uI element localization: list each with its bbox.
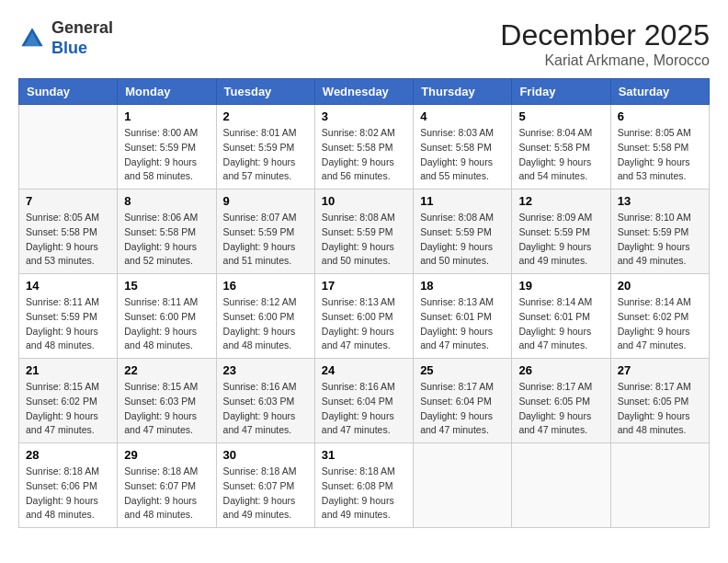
day-info: Sunrise: 8:00 AMSunset: 5:59 PMDaylight:… bbox=[124, 126, 209, 184]
day-cell: 24Sunrise: 8:16 AMSunset: 6:04 PMDayligh… bbox=[314, 359, 413, 443]
day-cell bbox=[610, 443, 709, 528]
day-number: 2 bbox=[223, 109, 308, 123]
col-header-tuesday: Tuesday bbox=[216, 79, 314, 105]
day-number: 23 bbox=[223, 363, 308, 377]
page-header: General Blue December 2025 Kariat Arkman… bbox=[18, 18, 710, 69]
calendar-table: SundayMondayTuesdayWednesdayThursdayFrid… bbox=[18, 78, 710, 528]
logo-text: General Blue bbox=[51, 18, 113, 58]
day-number: 12 bbox=[518, 194, 603, 208]
day-cell: 29Sunrise: 8:18 AMSunset: 6:07 PMDayligh… bbox=[118, 443, 216, 528]
day-info: Sunrise: 8:16 AMSunset: 6:03 PMDaylight:… bbox=[223, 380, 308, 438]
day-info: Sunrise: 8:15 AMSunset: 6:03 PMDaylight:… bbox=[124, 380, 209, 438]
day-cell: 3Sunrise: 8:02 AMSunset: 5:58 PMDaylight… bbox=[314, 105, 413, 190]
day-cell: 4Sunrise: 8:03 AMSunset: 5:58 PMDaylight… bbox=[414, 105, 512, 190]
day-info: Sunrise: 8:17 AMSunset: 6:05 PMDaylight:… bbox=[518, 380, 603, 438]
day-info: Sunrise: 8:14 AMSunset: 6:01 PMDaylight:… bbox=[518, 295, 603, 353]
day-number: 10 bbox=[322, 194, 406, 208]
logo-blue: Blue bbox=[51, 39, 87, 57]
day-cell: 5Sunrise: 8:04 AMSunset: 5:58 PMDaylight… bbox=[512, 105, 610, 190]
day-cell: 15Sunrise: 8:11 AMSunset: 6:00 PMDayligh… bbox=[118, 274, 216, 359]
day-number: 7 bbox=[26, 194, 110, 208]
day-cell: 22Sunrise: 8:15 AMSunset: 6:03 PMDayligh… bbox=[118, 359, 216, 443]
day-info: Sunrise: 8:09 AMSunset: 5:59 PMDaylight:… bbox=[518, 211, 603, 269]
day-number: 6 bbox=[618, 109, 702, 123]
day-info: Sunrise: 8:18 AMSunset: 6:06 PMDaylight:… bbox=[26, 465, 110, 523]
day-info: Sunrise: 8:05 AMSunset: 5:58 PMDaylight:… bbox=[618, 126, 702, 184]
day-number: 28 bbox=[26, 448, 110, 462]
col-header-monday: Monday bbox=[118, 79, 216, 105]
day-number: 16 bbox=[223, 279, 308, 293]
day-info: Sunrise: 8:02 AMSunset: 5:58 PMDaylight:… bbox=[322, 126, 406, 184]
day-info: Sunrise: 8:18 AMSunset: 6:08 PMDaylight:… bbox=[322, 465, 406, 523]
day-number: 26 bbox=[518, 363, 603, 377]
col-header-wednesday: Wednesday bbox=[314, 79, 413, 105]
day-info: Sunrise: 8:17 AMSunset: 6:04 PMDaylight:… bbox=[420, 380, 505, 438]
logo-icon bbox=[18, 25, 46, 52]
day-info: Sunrise: 8:06 AMSunset: 5:58 PMDaylight:… bbox=[124, 211, 209, 269]
logo-general: General bbox=[51, 18, 113, 37]
day-cell: 25Sunrise: 8:17 AMSunset: 6:04 PMDayligh… bbox=[414, 359, 512, 443]
week-row-4: 21Sunrise: 8:15 AMSunset: 6:02 PMDayligh… bbox=[19, 359, 710, 443]
month-year: December 2025 bbox=[500, 18, 710, 52]
day-cell: 9Sunrise: 8:07 AMSunset: 5:59 PMDaylight… bbox=[216, 190, 314, 274]
col-header-sunday: Sunday bbox=[19, 79, 118, 105]
day-number: 9 bbox=[223, 194, 308, 208]
day-info: Sunrise: 8:18 AMSunset: 6:07 PMDaylight:… bbox=[223, 465, 308, 523]
day-cell: 13Sunrise: 8:10 AMSunset: 5:59 PMDayligh… bbox=[610, 190, 709, 274]
day-number: 3 bbox=[322, 109, 406, 123]
day-cell: 23Sunrise: 8:16 AMSunset: 6:03 PMDayligh… bbox=[216, 359, 314, 443]
location: Kariat Arkmane, Morocco bbox=[500, 52, 710, 69]
day-cell: 10Sunrise: 8:08 AMSunset: 5:59 PMDayligh… bbox=[314, 190, 413, 274]
day-cell: 16Sunrise: 8:12 AMSunset: 6:00 PMDayligh… bbox=[216, 274, 314, 359]
day-cell: 2Sunrise: 8:01 AMSunset: 5:59 PMDaylight… bbox=[216, 105, 314, 190]
header-row: SundayMondayTuesdayWednesdayThursdayFrid… bbox=[19, 79, 710, 105]
day-cell: 17Sunrise: 8:13 AMSunset: 6:00 PMDayligh… bbox=[314, 274, 413, 359]
day-cell: 11Sunrise: 8:08 AMSunset: 5:59 PMDayligh… bbox=[414, 190, 512, 274]
day-info: Sunrise: 8:13 AMSunset: 6:01 PMDaylight:… bbox=[420, 295, 505, 353]
day-cell: 27Sunrise: 8:17 AMSunset: 6:05 PMDayligh… bbox=[610, 359, 709, 443]
day-number: 24 bbox=[322, 363, 406, 377]
day-info: Sunrise: 8:18 AMSunset: 6:07 PMDaylight:… bbox=[124, 465, 209, 523]
day-cell: 1Sunrise: 8:00 AMSunset: 5:59 PMDaylight… bbox=[118, 105, 216, 190]
week-row-1: 1Sunrise: 8:00 AMSunset: 5:59 PMDaylight… bbox=[19, 105, 710, 190]
day-number: 20 bbox=[618, 279, 702, 293]
day-cell: 28Sunrise: 8:18 AMSunset: 6:06 PMDayligh… bbox=[19, 443, 118, 528]
day-info: Sunrise: 8:04 AMSunset: 5:58 PMDaylight:… bbox=[518, 126, 603, 184]
day-cell: 30Sunrise: 8:18 AMSunset: 6:07 PMDayligh… bbox=[216, 443, 314, 528]
day-number: 18 bbox=[420, 279, 505, 293]
day-number: 21 bbox=[26, 363, 110, 377]
week-row-2: 7Sunrise: 8:05 AMSunset: 5:58 PMDaylight… bbox=[19, 190, 710, 274]
day-number: 11 bbox=[420, 194, 505, 208]
col-header-thursday: Thursday bbox=[414, 79, 512, 105]
day-number: 31 bbox=[322, 448, 406, 462]
day-cell: 20Sunrise: 8:14 AMSunset: 6:02 PMDayligh… bbox=[610, 274, 709, 359]
day-number: 8 bbox=[124, 194, 209, 208]
day-info: Sunrise: 8:05 AMSunset: 5:58 PMDaylight:… bbox=[26, 211, 110, 269]
day-cell: 6Sunrise: 8:05 AMSunset: 5:58 PMDaylight… bbox=[610, 105, 709, 190]
day-info: Sunrise: 8:08 AMSunset: 5:59 PMDaylight:… bbox=[322, 211, 406, 269]
calendar-body: 1Sunrise: 8:00 AMSunset: 5:59 PMDaylight… bbox=[19, 105, 710, 528]
day-info: Sunrise: 8:03 AMSunset: 5:58 PMDaylight:… bbox=[420, 126, 505, 184]
day-info: Sunrise: 8:16 AMSunset: 6:04 PMDaylight:… bbox=[322, 380, 406, 438]
day-info: Sunrise: 8:17 AMSunset: 6:05 PMDaylight:… bbox=[618, 380, 702, 438]
day-number: 13 bbox=[618, 194, 702, 208]
col-header-saturday: Saturday bbox=[610, 79, 709, 105]
day-cell: 31Sunrise: 8:18 AMSunset: 6:08 PMDayligh… bbox=[314, 443, 413, 528]
day-cell: 7Sunrise: 8:05 AMSunset: 5:58 PMDaylight… bbox=[19, 190, 118, 274]
day-info: Sunrise: 8:15 AMSunset: 6:02 PMDaylight:… bbox=[26, 380, 110, 438]
day-cell: 18Sunrise: 8:13 AMSunset: 6:01 PMDayligh… bbox=[414, 274, 512, 359]
day-info: Sunrise: 8:11 AMSunset: 6:00 PMDaylight:… bbox=[124, 295, 209, 353]
day-cell bbox=[512, 443, 610, 528]
day-cell: 21Sunrise: 8:15 AMSunset: 6:02 PMDayligh… bbox=[19, 359, 118, 443]
week-row-3: 14Sunrise: 8:11 AMSunset: 5:59 PMDayligh… bbox=[19, 274, 710, 359]
day-number: 30 bbox=[223, 448, 308, 462]
day-cell: 12Sunrise: 8:09 AMSunset: 5:59 PMDayligh… bbox=[512, 190, 610, 274]
day-number: 17 bbox=[322, 279, 406, 293]
day-number: 29 bbox=[124, 448, 209, 462]
logo: General Blue bbox=[18, 18, 113, 58]
day-number: 4 bbox=[420, 109, 505, 123]
day-number: 14 bbox=[26, 279, 110, 293]
day-info: Sunrise: 8:11 AMSunset: 5:59 PMDaylight:… bbox=[26, 295, 110, 353]
day-cell: 14Sunrise: 8:11 AMSunset: 5:59 PMDayligh… bbox=[19, 274, 118, 359]
title-section: December 2025 Kariat Arkmane, Morocco bbox=[500, 18, 710, 69]
